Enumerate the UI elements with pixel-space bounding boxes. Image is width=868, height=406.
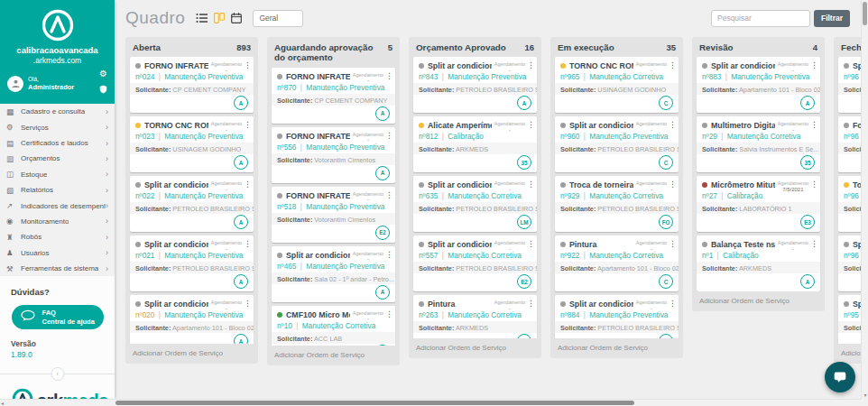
maintenance-type[interactable]: Manutenção Preventiva [448, 72, 526, 81]
sidebar-menu-item[interactable]: ▤ Certificados e laudos › [0, 135, 115, 151]
card-number[interactable]: nº022 [135, 191, 155, 200]
order-card[interactable]: FORNO INFRATEMP ROTA... Agendamento - ⋮ … [130, 57, 254, 113]
card-number[interactable]: nº021 [135, 251, 155, 260]
maintenance-type[interactable]: Manutenção Preventiva [164, 132, 243, 141]
scroll-left-icon[interactable]: ◂ [1, 400, 4, 406]
card-number[interactable]: nº929 [560, 191, 580, 200]
order-card[interactable]: CMF100 Micro Motion ... Agendamento - ⋮ … [272, 306, 395, 346]
list-view-icon[interactable] [196, 13, 208, 23]
avatar[interactable]: E2 [517, 274, 531, 289]
order-card[interactable]: Split ar condicionad... Agendamento - ⋮ … [413, 57, 537, 113]
card-number[interactable]: nº020 [135, 310, 155, 319]
kebab-menu-icon[interactable]: ⋮ [385, 191, 392, 199]
sidebar-menu-item[interactable]: ♜ Robôs › [0, 229, 115, 245]
avatar[interactable]: A [800, 274, 815, 289]
card-number[interactable]: nº023 [135, 132, 155, 141]
card-number[interactable]: nº27 [702, 191, 717, 200]
maintenance-type[interactable]: Manutenção Preventiva [306, 143, 384, 152]
avatar[interactable] [375, 345, 390, 346]
kebab-menu-icon[interactable]: ⋮ [810, 240, 817, 248]
horizontal-scrollbar[interactable]: ◂ [0, 399, 861, 406]
kebab-menu-icon[interactable]: ⋮ [810, 61, 817, 69]
chat-fab-button[interactable] [825, 362, 855, 392]
card-number[interactable]: nº96 [844, 251, 859, 260]
maintenance-type[interactable]: Manutenção Corretiva [448, 191, 522, 200]
card-number[interactable]: nº960 [560, 132, 580, 141]
order-card[interactable]: Sp Agendamento ⋮ nº96 | Solicitante: [838, 57, 861, 113]
filter-button[interactable]: Filtrar [814, 10, 850, 27]
order-card[interactable]: FORNO INFRATEMP ROTA... Agendamento - ⋮ … [272, 127, 395, 183]
avatar[interactable]: C [659, 274, 673, 289]
kebab-menu-icon[interactable]: ⋮ [669, 61, 676, 69]
card-number[interactable]: nº557 [419, 251, 439, 260]
sidebar-menu-item[interactable]: ♟ Usuários › [0, 245, 115, 261]
vertical-scrollbar[interactable]: ▾ [861, 0, 868, 399]
card-number[interactable]: nº843 [419, 72, 439, 81]
order-card[interactable]: Split ar condicionad... Agendamento - ⋮ … [555, 116, 679, 172]
kebab-menu-icon[interactable]: ⋮ [244, 240, 251, 248]
faq-button[interactable]: FAQ Central de ajuda [12, 305, 104, 329]
add-order-link[interactable]: Adicionar Ordem de Serviço [834, 344, 861, 364]
order-card[interactable]: Pintura Agendamento - ⋮ nº922 | Manutenç… [555, 235, 679, 291]
avatar[interactable]: A [234, 274, 248, 289]
kebab-menu-icon[interactable]: ⋮ [527, 121, 534, 129]
order-card[interactable]: Split ar condicionad... Agendamento - ⋮ … [130, 235, 254, 291]
kebab-menu-icon[interactable]: ⋮ [385, 132, 392, 140]
maintenance-type[interactable]: Manutenção Corretiva [448, 310, 522, 319]
maintenance-type[interactable]: Manutenção Preventiva [164, 251, 243, 260]
sidebar-menu-item[interactable]: ▥ Orçamentos › [0, 151, 115, 166]
card-number[interactable]: nº10 [277, 321, 292, 330]
order-card[interactable]: Alicate Amperímetro ... Agendamento - ⋮ … [413, 116, 537, 172]
order-card[interactable]: Split ar condicionad... Agendamento - ⋮ … [555, 295, 679, 338]
maintenance-type[interactable]: Calibração [723, 251, 759, 260]
maintenance-type[interactable]: Calibração [727, 191, 763, 200]
avatar[interactable] [517, 334, 531, 338]
maintenance-type[interactable]: Manutenção Preventiva [731, 72, 809, 81]
kebab-menu-icon[interactable]: ⋮ [244, 61, 251, 69]
kebab-menu-icon[interactable]: ⋮ [527, 300, 534, 308]
sidebar-menu-item[interactable]: ↗ Indicadores de desempenho › [0, 198, 115, 213]
add-order-link[interactable]: Adicionar Ordem de Serviço [550, 338, 683, 358]
kebab-menu-icon[interactable]: ⋮ [385, 251, 392, 259]
order-card[interactable]: Split ar condicionad... Agendamento - ⋮ … [413, 176, 537, 232]
sidebar-menu-item[interactable]: ⚒ Ferramentas de sistema › [0, 261, 115, 276]
order-card[interactable]: Fo Agendamento ⋮ nº96 | Solicitante: [838, 116, 861, 172]
order-card[interactable]: Split ar condicionad... Agendamento - ⋮ … [130, 176, 254, 232]
card-number[interactable]: nº884 [560, 310, 580, 319]
maintenance-type[interactable]: Manutenção Preventiva [306, 262, 384, 271]
card-number[interactable]: nº96 [844, 72, 859, 81]
card-number[interactable]: nº29 [702, 132, 717, 141]
order-card[interactable]: Split ar condicionad... Agendamento - ⋮ … [130, 295, 254, 344]
search-input[interactable] [711, 10, 810, 27]
order-card[interactable]: Sp Agendamento ⋮ nº96 | Solicitante: [838, 235, 861, 291]
maintenance-type[interactable]: Manutenção Preventiva [306, 202, 384, 211]
add-order-link[interactable]: Adicionar Ordem de Serviço [125, 344, 258, 364]
kebab-menu-icon[interactable]: ⋮ [244, 121, 251, 129]
kebab-menu-icon[interactable]: ⋮ [527, 61, 534, 69]
maintenance-type[interactable]: Manutenção Preventiva [306, 83, 384, 92]
maintenance-type[interactable]: Manutenção Corretiva [448, 251, 522, 260]
vertical-scrollbar-thumb[interactable] [863, 2, 867, 25]
kebab-menu-icon[interactable]: ⋮ [669, 121, 676, 129]
avatar[interactable]: FO [659, 215, 673, 229]
horizontal-scrollbar-thumb[interactable] [115, 401, 634, 405]
card-number[interactable]: nº95 [844, 310, 859, 319]
order-card[interactable]: Troca de torneira Agendamento - ⋮ nº929 … [555, 176, 679, 232]
maintenance-type[interactable]: Manutenção Corretiva [589, 251, 663, 260]
user-avatar[interactable] [7, 76, 23, 92]
card-number[interactable]: nº96 [844, 191, 859, 200]
card-number[interactable]: nº556 [277, 143, 297, 152]
maintenance-type[interactable]: Calibração [448, 132, 484, 141]
kebab-menu-icon[interactable]: ⋮ [527, 180, 534, 189]
card-number[interactable]: nº635 [419, 191, 439, 200]
add-order-link[interactable]: Adicionar Ordem de Serviço [267, 346, 400, 365]
avatar[interactable]: A [517, 96, 531, 110]
sidebar-menu-item[interactable]: ◫ Estoque › [0, 167, 115, 182]
calendar-view-icon[interactable] [231, 13, 242, 23]
kebab-menu-icon[interactable]: ⋮ [669, 180, 676, 189]
kebab-menu-icon[interactable]: ⋮ [810, 180, 817, 189]
card-number[interactable]: nº263 [419, 310, 439, 319]
order-card[interactable]: FORNO INFRATEMP ROTA... Agendamento - ⋮ … [272, 68, 395, 124]
order-card[interactable]: FORNO INFRATEMP ROTA... Agendamento - ⋮ … [272, 187, 395, 243]
add-order-link[interactable]: Adicionar Ordem de Serviço [409, 338, 541, 358]
